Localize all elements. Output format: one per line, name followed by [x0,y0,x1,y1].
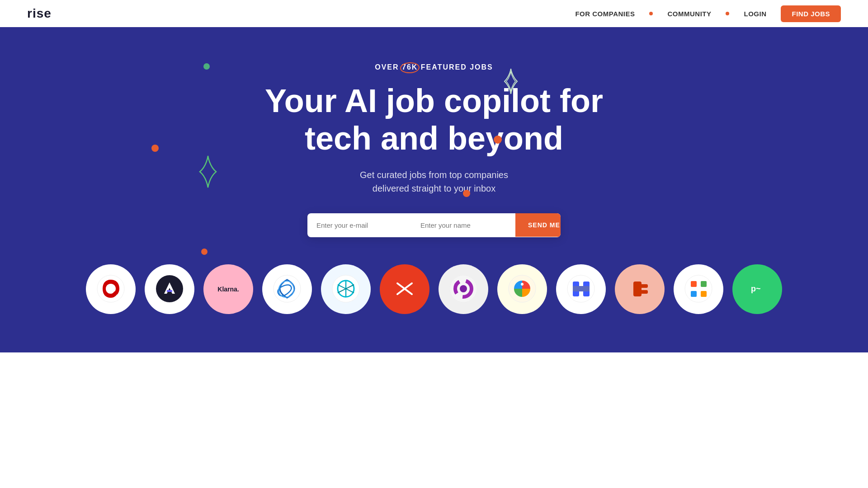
find-jobs-button[interactable]: FIND JOBS [781,5,841,22]
logo-petal [262,264,312,314]
svg-point-1 [156,275,183,302]
dot-orange-left [151,145,159,152]
hero-section: OVER 76K FEATURED JOBS Your AI job copil… [0,27,868,352]
nav-login[interactable]: LOGIN [744,10,766,18]
pico-icon: p~ [743,274,772,304]
email-form: SEND ME JOBS [307,213,561,237]
svg-rect-27 [701,291,707,297]
svg-point-0 [97,275,124,302]
svg-text:p~: p~ [751,284,761,293]
logo-hopin [556,264,606,314]
nexus-icon [449,274,478,304]
logo-coda [615,264,665,314]
send-me-jobs-button[interactable]: SEND ME JOBS [515,213,561,237]
hero-subtitle-line2: delivered straight to your inbox [373,183,495,193]
hero-featured-label: OVER 76K FEATURED JOBS [375,63,493,71]
sparkle-small-icon [190,154,226,190]
hero-subtitle-line1: Get curated jobs from top companies [360,170,508,180]
color-icon [508,274,537,304]
logo-color [497,264,547,314]
nav-community[interactable]: COMMUNITY [667,10,711,18]
logo-adplist [145,264,194,314]
workboard-icon [684,274,713,304]
dot-orange-bottom [201,249,208,255]
hero-label-post: FEATURED JOBS [418,63,493,71]
dot-orange-right [494,136,502,144]
navbar: rise FOR COMPANIES COMMUNITY LOGIN FIND … [0,0,868,27]
logo-pico: p~ [732,264,782,314]
klarna-text: Klarna. [217,286,239,293]
nav-dot-separator [649,12,653,15]
hero-subtitle: Get curated jobs from top companies deli… [360,168,508,195]
name-input[interactable] [411,213,515,237]
logo-quora [86,264,136,314]
logo-xero [380,264,429,314]
svg-rect-25 [701,281,707,287]
petal-icon [273,274,302,304]
svg-rect-18 [573,286,590,291]
prismatic-icon [331,274,361,304]
email-input[interactable] [307,213,411,237]
svg-marker-2 [167,290,172,292]
coda-icon [625,274,655,304]
hero-label-pre: OVER [375,63,402,71]
logo-workboard [674,264,723,314]
quora-icon [96,274,126,304]
svg-rect-26 [691,291,697,297]
hero-title: Your AI job copilot for tech and beyond [265,82,603,157]
logo-klarna: Klarna. [203,264,253,314]
svg-point-23 [685,275,712,302]
nav-dot-separator-2 [726,12,729,15]
logo-prismatic [321,264,371,314]
dot-green [203,63,210,70]
logo-nexus [439,264,488,314]
svg-rect-21 [638,284,648,288]
svg-rect-20 [633,282,642,296]
site-logo[interactable]: rise [27,6,52,21]
adplist-icon [155,274,184,304]
hero-label-76k: 76K [402,63,418,71]
nav-links: FOR COMPANIES COMMUNITY LOGIN FIND JOBS [575,5,841,22]
hopin-icon [566,274,596,304]
nav-for-companies[interactable]: FOR COMPANIES [575,10,635,18]
sparkle-big-icon [497,68,524,95]
hero-title-line1: Your AI job copilot for [265,83,603,119]
svg-rect-22 [638,290,648,294]
xero-icon [390,274,420,304]
svg-point-14 [521,283,524,286]
company-logos-strip: Klarna. [86,264,782,332]
svg-point-12 [460,285,467,292]
svg-rect-24 [691,281,697,287]
dot-orange-mid [463,190,470,197]
hero-title-line2: tech and beyond [305,120,563,156]
